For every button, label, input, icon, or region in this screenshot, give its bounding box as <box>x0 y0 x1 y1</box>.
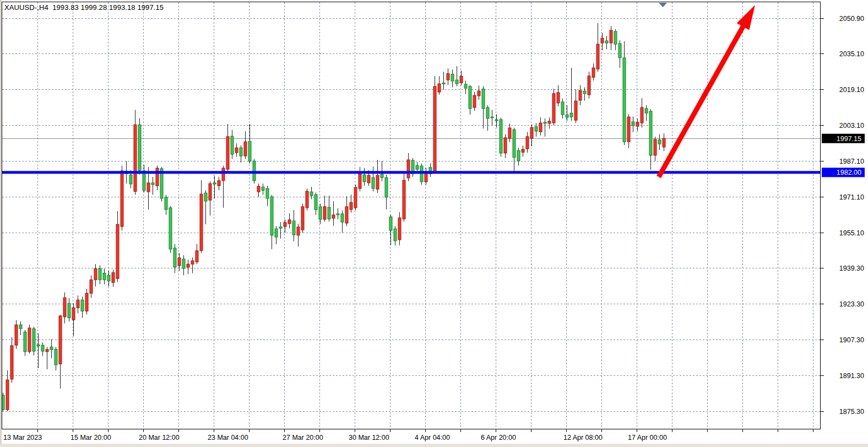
candle <box>235 148 238 153</box>
candle <box>24 332 26 352</box>
candle <box>539 123 542 132</box>
candle <box>579 90 582 100</box>
window-frame-bottom <box>0 444 868 447</box>
candle <box>94 268 97 279</box>
candle <box>50 347 53 350</box>
price-axis-label: 1923.30 <box>839 300 864 308</box>
support-price-badge-label: 1982.00 <box>837 169 861 176</box>
candle <box>209 184 211 200</box>
candle <box>416 165 419 169</box>
candle <box>376 175 379 189</box>
chart-canvas[interactable]: 2050.902035.102019.102003.101987.101971.… <box>0 0 868 447</box>
trend-arrow-head[interactable] <box>737 5 755 30</box>
candle <box>566 115 568 117</box>
candle <box>363 175 366 182</box>
candle <box>90 280 93 293</box>
candle <box>103 273 106 280</box>
candle <box>81 300 84 311</box>
candle <box>222 168 225 181</box>
candle <box>614 31 617 44</box>
candle <box>257 186 260 192</box>
candle <box>187 264 189 267</box>
candle <box>381 174 383 177</box>
price-axis-label: 2035.10 <box>839 50 864 58</box>
candle <box>196 251 198 262</box>
window-frame-left <box>0 0 2 447</box>
candle <box>116 224 119 278</box>
price-axis-label: 1939.30 <box>839 265 864 272</box>
candle <box>596 44 599 69</box>
candle <box>85 293 88 311</box>
candle <box>63 298 66 317</box>
candle <box>495 120 498 121</box>
candle <box>372 177 375 189</box>
candle <box>288 220 291 224</box>
candle <box>403 180 405 219</box>
candle <box>420 166 423 182</box>
candle <box>654 139 657 155</box>
candle <box>641 107 643 123</box>
candle <box>151 183 154 185</box>
candle <box>610 30 612 43</box>
candle <box>517 150 520 161</box>
candle <box>253 161 256 181</box>
symbol-period-label: XAUUSD-,H4 <box>4 3 48 12</box>
candle <box>319 207 322 219</box>
candle <box>284 223 286 227</box>
candle <box>398 218 401 240</box>
candle <box>433 87 436 173</box>
price-axis-label: 1891.30 <box>839 372 864 380</box>
candle <box>218 181 220 186</box>
candle <box>588 76 590 95</box>
candle <box>592 68 595 77</box>
candle <box>165 197 167 209</box>
candle <box>407 160 410 178</box>
candle <box>500 120 502 153</box>
candle <box>10 346 13 379</box>
candle <box>248 141 251 161</box>
candle <box>310 192 313 196</box>
candle <box>345 207 348 223</box>
candle <box>99 268 101 279</box>
candle <box>557 93 560 103</box>
price-axis-label: 1987.10 <box>839 158 864 165</box>
price-axis-label: 1875.30 <box>839 408 864 416</box>
candle <box>231 136 234 154</box>
candle <box>77 300 79 308</box>
candle <box>570 113 573 117</box>
candle <box>129 175 132 184</box>
ohlc-title: XAUUSD-,H4 1993.83 1999.28 1993.18 1997.… <box>4 3 164 12</box>
time-axis-label: 20 Mar 12:00 <box>139 434 180 441</box>
candle <box>619 44 621 58</box>
trend-arrow-shaft[interactable] <box>659 24 745 177</box>
candle <box>385 177 388 197</box>
candle <box>447 73 449 80</box>
price-axis-label: 2050.90 <box>839 15 864 23</box>
chart-shift-marker-icon[interactable] <box>659 3 667 7</box>
candle <box>486 107 489 119</box>
candle <box>658 140 661 144</box>
candle <box>574 101 577 120</box>
candle <box>323 207 326 219</box>
candle <box>469 87 471 109</box>
candle <box>464 84 467 88</box>
price-axis-label: 1971.10 <box>839 193 864 201</box>
candle <box>359 174 361 189</box>
candle <box>178 258 181 266</box>
candle <box>6 380 9 410</box>
candle <box>473 95 476 107</box>
candle <box>508 128 511 138</box>
candle <box>460 76 463 83</box>
candle <box>200 194 203 251</box>
candle <box>226 137 229 169</box>
candle <box>561 102 564 115</box>
candle <box>240 148 242 156</box>
price-axis-label: 1955.10 <box>839 229 864 237</box>
candle <box>147 183 150 192</box>
chart-border <box>2 2 821 429</box>
candle <box>41 345 44 351</box>
candle <box>213 183 216 184</box>
candle <box>68 303 70 317</box>
time-axis-label: 23 Mar 04:00 <box>208 434 248 441</box>
price-axis-label: 2019.10 <box>839 86 864 94</box>
